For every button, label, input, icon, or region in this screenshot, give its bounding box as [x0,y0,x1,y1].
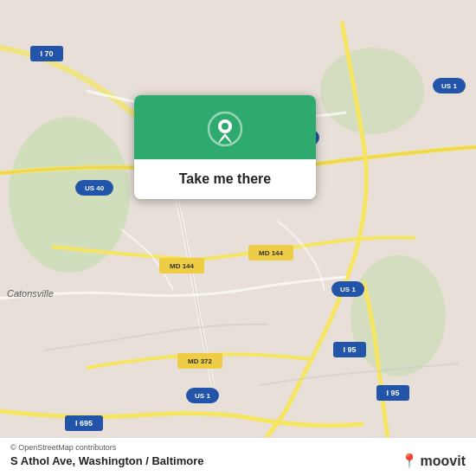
svg-point-3 [351,255,446,376]
svg-text:I 95: I 95 [343,345,356,354]
take-me-there-button[interactable]: Take me there [134,159,316,199]
svg-text:MD 144: MD 144 [170,262,195,270]
bottom-bar: © OpenStreetMap contributors S Athol Ave… [0,437,476,476]
svg-text:I 695: I 695 [75,419,93,428]
svg-text:MD 144: MD 144 [259,249,284,257]
location-pin-icon [207,111,243,147]
svg-point-2 [320,48,424,134]
map-roads: I 70 US 40 US 40 US 1 US 1 MD 144 MD 144… [0,0,476,476]
moovit-pin-icon: 📍 [401,453,418,469]
map-attribution: © OpenStreetMap contributors [10,443,466,452]
svg-text:US 40: US 40 [85,184,105,192]
map-container: I 70 US 40 US 40 US 1 US 1 MD 144 MD 144… [0,0,476,476]
svg-text:MD 372: MD 372 [188,357,213,365]
svg-text:US 1: US 1 [195,392,210,400]
moovit-logo: 📍 moovit [401,453,466,469]
svg-text:Catonsville: Catonsville [7,288,54,299]
address-label: S Athol Ave, Washington / Baltimore [10,454,203,467]
svg-point-31 [222,123,228,130]
svg-text:I 95: I 95 [386,389,399,397]
svg-text:I 70: I 70 [40,49,53,58]
moovit-brand-label: moovit [421,453,466,469]
svg-text:US 1: US 1 [340,286,356,293]
svg-text:US 1: US 1 [441,82,457,90]
popup-header [134,95,316,159]
location-popup: Take me there [134,95,316,199]
